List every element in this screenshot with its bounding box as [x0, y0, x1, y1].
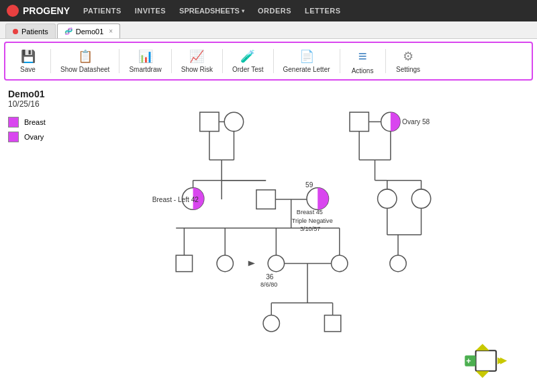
proband-age: 36: [266, 273, 274, 281]
settings-button[interactable]: ⚙ Settings: [390, 46, 427, 76]
tab-patients-label: Patients: [21, 28, 48, 36]
nav-patients[interactable]: PATIENTS: [83, 7, 121, 15]
maternal-aunt-symbol: [411, 189, 430, 208]
mother-dx3: 3/10/57: [300, 226, 320, 232]
save-icon: 💾: [21, 49, 36, 64]
actions-label: Actions: [352, 67, 374, 75]
toolbar-separator-6: [340, 49, 340, 73]
mother-dx2: Triple Negative: [292, 217, 333, 224]
proband-symbol: [268, 255, 284, 271]
mg-grandfather-symbol: [350, 112, 369, 131]
logo-circle: [7, 5, 19, 17]
nav-down-arrow: [476, 371, 489, 378]
toolbar-separator-7: [385, 49, 386, 73]
parent-aunt-label: Breast - Left 42: [152, 196, 199, 203]
tab-pedigree-icon: 🧬: [64, 28, 72, 35]
toolbar-separator: [50, 49, 51, 73]
nav-center: [476, 350, 496, 371]
sibling3-symbol: [332, 255, 348, 271]
sibling2-symbol: [217, 255, 233, 271]
tab-dot-icon: [13, 29, 18, 34]
cousin1-symbol: [390, 255, 406, 271]
main-content: Demo01 10/25/16 Breast Ovary Ova: [0, 83, 537, 392]
save-label: Save: [20, 66, 36, 73]
letter-label: Generate Letter: [283, 66, 330, 73]
order-test-label: Order Test: [232, 66, 264, 73]
left-panel: Demo01 10/25/16 Breast Ovary: [0, 83, 74, 392]
sibling1-symbol: [176, 255, 192, 271]
order-test-button[interactable]: 🧪 Order Test: [227, 46, 269, 76]
pedigree-svg: Ovary 58 Breast - Left 42 59 Breast: [74, 83, 537, 392]
toolbar-separator-2: [119, 49, 119, 73]
nav-letters[interactable]: LETTERS: [305, 7, 341, 15]
mg-grandmother-label: Ovary 58: [402, 118, 430, 126]
legend-ovary-label: Ovary: [24, 133, 44, 141]
tab-demo01-label: Demo01: [76, 28, 104, 36]
nav-orders[interactable]: ORDERS: [258, 7, 291, 15]
risk-label: Show Risk: [181, 66, 213, 73]
order-test-icon: 🧪: [240, 49, 255, 64]
proband-dob: 8/6/80: [260, 281, 277, 288]
settings-icon: ⚙: [403, 49, 413, 64]
legend-ovary-box: [8, 132, 19, 142]
child1-symbol: [263, 315, 279, 332]
tab-close-icon[interactable]: ×: [109, 28, 113, 35]
datasheet-label: Show Datasheet: [60, 66, 109, 73]
top-navigation: PROGENY PATIENTS INVITES SPREADSHEETS ▾ …: [0, 0, 537, 21]
settings-label: Settings: [396, 66, 420, 73]
save-button[interactable]: 💾 Save: [9, 46, 46, 76]
app-logo: PROGENY: [7, 5, 70, 17]
datasheet-icon: 📋: [78, 49, 93, 64]
legend: Breast Ovary: [8, 117, 66, 142]
risk-icon: 📈: [189, 49, 204, 64]
tab-patients[interactable]: Patients: [5, 23, 56, 38]
tab-bar: Patients 🧬 Demo01 ×: [0, 21, 537, 39]
maternal-uncle-symbol: [378, 189, 397, 208]
toolbar: 💾 Save 📋 Show Datasheet 📊 Smartdraw 📈 Sh…: [4, 42, 533, 81]
tab-demo01[interactable]: 🧬 Demo01 ×: [57, 23, 120, 38]
legend-ovary: Ovary: [8, 132, 66, 142]
child2-symbol: [324, 315, 340, 332]
nav-up-arrow: [476, 344, 489, 350]
mother-age: 59: [305, 181, 313, 189]
patient-name: Demo01: [8, 89, 66, 99]
smartdraw-icon: 📊: [138, 49, 153, 64]
smartdraw-button[interactable]: 📊 Smartdraw: [124, 46, 166, 76]
proband-arrow: [248, 260, 255, 266]
show-risk-button[interactable]: 📈 Show Risk: [176, 46, 218, 76]
nav-spreadsheets[interactable]: SPREADSHEETS ▾: [179, 7, 244, 15]
show-datasheet-button[interactable]: 📋 Show Datasheet: [55, 46, 115, 76]
legend-breast-label: Breast: [24, 118, 46, 126]
mother-dx1: Breast 45: [297, 209, 323, 215]
pedigree-area[interactable]: Ovary 58 Breast - Left 42 59 Breast: [74, 83, 537, 392]
patient-date: 10/25/16: [8, 99, 66, 109]
toolbar-separator-3: [171, 49, 172, 73]
smartdraw-label: Smartdraw: [129, 66, 161, 73]
app-name: PROGENY: [23, 5, 70, 16]
actions-icon: ≡: [358, 48, 367, 65]
generate-letter-button[interactable]: 📄 Generate Letter: [278, 46, 336, 76]
actions-button[interactable]: ≡ Actions: [344, 45, 381, 77]
toolbar-separator-5: [273, 49, 274, 73]
father-symbol: [256, 190, 275, 209]
nav-right-arrow-2: [500, 358, 507, 364]
legend-breast-box: [8, 117, 19, 128]
letter-icon: 📄: [299, 49, 314, 64]
pg-grandmother-symbol: [224, 112, 243, 131]
pg-grandfather-symbol: [200, 112, 219, 131]
chevron-down-icon: ▾: [242, 8, 244, 14]
toolbar-separator-4: [222, 49, 223, 73]
legend-breast: Breast: [8, 117, 66, 128]
nav-invites[interactable]: INVITES: [135, 7, 166, 15]
svg-text:+: +: [466, 356, 471, 366]
